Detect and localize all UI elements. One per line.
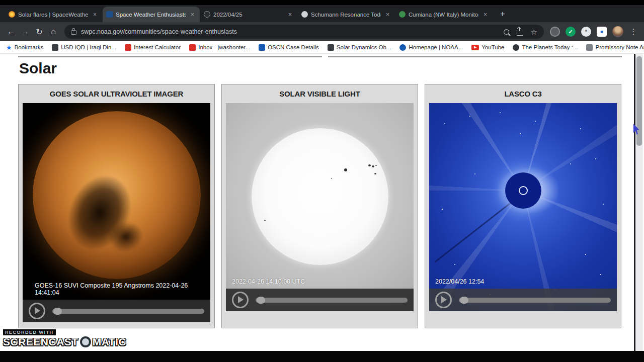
bookmark-label: Bookmarks [15,44,44,50]
player-controls [429,289,617,311]
cumiana-favicon [399,11,406,18]
panel-title: LASCO C3 [425,84,621,103]
bookmark-noaa-homepage[interactable]: Homepage | NOAA... [399,44,463,51]
slider-handle[interactable] [257,297,265,304]
reload-button[interactable]: ↻ [32,25,46,39]
tab-label: 2022/04/25 [213,12,283,18]
tab-date-archive[interactable]: 2022/04/25 × [200,7,297,22]
visible-sun-disk [252,128,388,265]
bookmark-label: Interest Calculator [134,44,181,50]
panel-title: GOES SOLAR ULTRAVIOLET IMAGER [19,84,214,103]
tab-schumann-resonance[interactable]: Schumann Resonance Today ⚡ × [298,7,395,22]
star-field [429,103,430,104]
tab-close-icon[interactable]: × [384,11,391,18]
bookmark-interest-calculator[interactable]: Interest Calculator [125,44,181,51]
page-title: Solar [19,60,57,77]
bookmark-favicon [259,44,265,51]
profile-avatar[interactable] [612,26,623,37]
star-icon: ★ [6,44,12,51]
bookmark-planets-today[interactable]: The Planets Today :... [513,44,578,51]
content-divider [18,56,322,57]
bookmark-sdo[interactable]: Solar Dynamics Ob... [328,44,391,51]
bookmark-label: The Planets Today :... [522,44,578,50]
play-button[interactable] [435,292,452,308]
bookmark-oscn[interactable]: OSCN Case Details [259,44,319,51]
forward-button[interactable]: → [18,25,32,39]
panel-solar-visible-light: SOLAR VISIBLE LIGHT 2022-04-26 14:10:00 … [221,84,418,328]
image-caption: GOES-16 SUVI Composite 195 Angstroms 202… [35,282,210,296]
panel-lasco-c3: LASCO C3 2022/04/26 12:54 [425,84,621,328]
player-controls [23,300,210,322]
swpc-favicon [106,11,113,18]
back-button[interactable]: ← [4,25,18,39]
extension-blue-icon[interactable]: ■ [597,27,607,37]
bookmark-usd-iqd[interactable]: USD IQD | Iraqi Din... [52,44,116,51]
bookmark-favicon [586,44,593,51]
player-controls [226,289,414,311]
bookmark-label: OSCN Case Details [268,44,319,50]
tab-space-weather-enthusiasts[interactable]: Space Weather Enthusiasts Dash × [103,7,200,22]
youtube-icon: ▶ [471,45,479,50]
share-icon[interactable] [517,30,523,36]
panel-title: SOLAR VISIBLE LIGHT [222,84,418,103]
extension-snowflake-icon[interactable]: * [581,27,591,37]
schumann-favicon [301,11,308,18]
bookmark-promissory-note[interactable]: Promissory Note Ar... [586,44,644,51]
bookmark-favicon [125,44,131,51]
top-black-strip [0,0,644,5]
image-caption: 2022/04/26 12:54 [435,278,484,285]
watermark-brand-right: MATIC [93,336,126,348]
scrollbar-track[interactable] [635,54,643,351]
bookmark-favicon [189,44,196,51]
tab-close-icon[interactable]: × [91,11,99,18]
watermark-o-icon [80,336,91,347]
occulter-ring [519,186,528,195]
spaceweatherlive-favicon [9,11,15,18]
bookmark-star-icon[interactable]: ☆ [531,28,537,36]
extensions-area: ✓ * ■ ⋮ [548,26,640,37]
bookmark-youtube[interactable]: ▶ YouTube [471,44,504,50]
bookmark-label: Promissory Note Ar... [595,44,644,50]
image-caption: 2022-04-26 14:10:00 UTC [232,278,305,285]
tab-spaceweatherlive[interactable]: Solar flares | SpaceWeatherLive.c × [5,7,102,22]
new-tab-button[interactable]: + [497,8,509,20]
page-content: Solar GOES SOLAR ULTRAVIOLET IMAGER GOES… [0,54,644,351]
bookmark-label: Inbox - jwashooter... [198,44,250,50]
bookmark-label: YouTube [481,44,504,50]
bookmark-favicon [52,44,58,51]
url-text[interactable]: swpc.noaa.gov/communities/space-weather-… [81,28,499,35]
bookmark-label: Solar Dynamics Ob... [337,44,391,50]
panel-goes-suvi: GOES SOLAR ULTRAVIOLET IMAGER GOES-16 SU… [18,84,215,328]
extension-globe-icon[interactable] [550,27,560,37]
bookmarks-folder[interactable]: ★ Bookmarks [6,44,43,51]
play-button[interactable] [29,303,45,319]
slider-handle[interactable] [460,297,468,304]
timeline-slider[interactable] [52,309,204,314]
slider-handle[interactable] [53,308,62,315]
tab-close-icon[interactable]: × [189,11,196,18]
screencast-o-matic-watermark: RECORDED WITH SCREENCAST MATIC [3,327,126,348]
sunspot [331,178,332,179]
watermark-brand-left: SCREENCAST [3,336,78,348]
content-divider [328,56,622,57]
solar-panels-row: GOES SOLAR ULTRAVIOLET IMAGER GOES-16 SU… [18,84,621,328]
tab-cumiana-monitoring[interactable]: Cumiana (NW Italy) Monitoring S × [395,7,493,22]
bookmarks-bar: ★ Bookmarks USD IQD | Iraqi Din... Inter… [0,41,644,54]
timeline-slider[interactable] [256,298,408,303]
suvi-image: GOES-16 SUVI Composite 195 Angstroms 202… [23,103,210,322]
tab-label: Schumann Resonance Today ⚡ [311,11,381,18]
bookmark-inbox[interactable]: Inbox - jwashooter... [189,44,250,51]
menu-kebab-icon[interactable]: ⋮ [629,27,638,36]
zoom-icon[interactable] [504,29,509,35]
bookmark-label: USD IQD | Iraqi Din... [61,44,116,50]
home-button[interactable]: ⌂ [46,25,60,39]
tab-close-icon[interactable]: × [286,11,294,18]
tab-close-icon[interactable]: × [481,11,489,18]
play-button[interactable] [232,292,249,308]
extension-check-icon[interactable]: ✓ [566,27,576,37]
address-bar[interactable]: swpc.noaa.gov/communities/space-weather-… [64,25,544,39]
bottom-black-strip [0,351,644,362]
timeline-slider[interactable] [459,298,611,303]
tab-label: Space Weather Enthusiasts Dash [116,12,186,18]
tab-bar: Solar flares | SpaceWeatherLive.c × Spac… [0,5,644,22]
